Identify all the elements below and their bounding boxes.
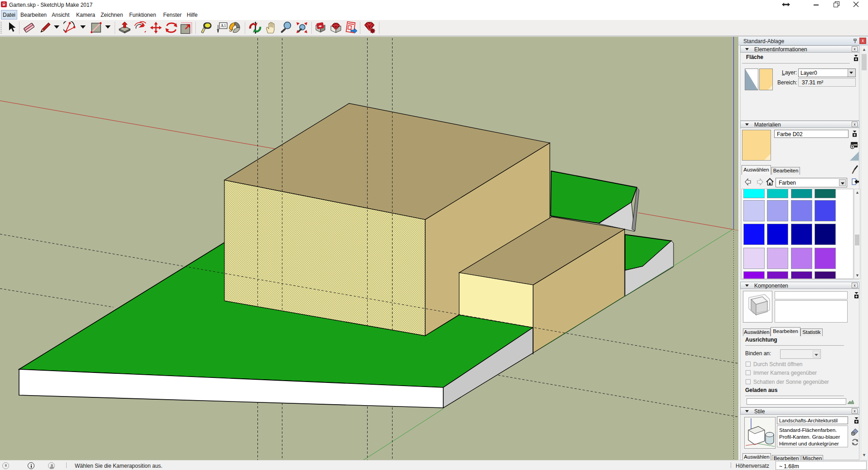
svg-text:A1: A1: [221, 23, 226, 28]
